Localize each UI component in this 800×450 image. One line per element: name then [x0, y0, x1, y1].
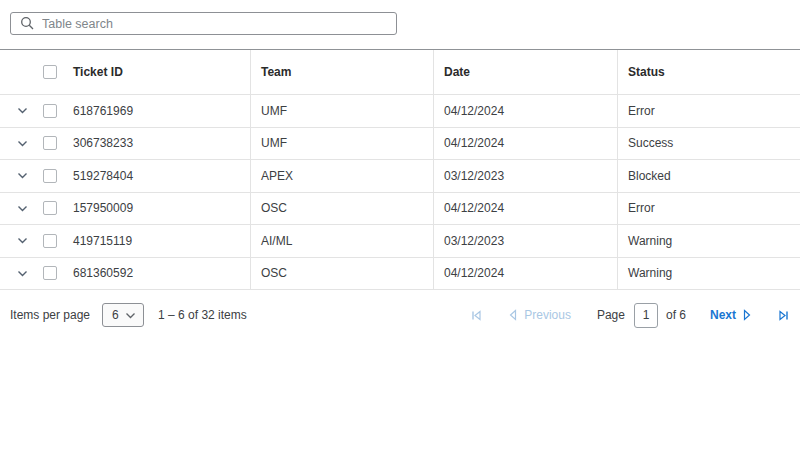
ticket-id-cell: 618761969 [73, 104, 133, 118]
row-expand-button[interactable] [10, 137, 43, 150]
table-row: 519278404 APEX 03/12/2023 Blocked [0, 160, 800, 193]
column-header-team: Team [250, 50, 433, 94]
table-row: 681360592 OSC 04/12/2024 Warning [0, 258, 800, 291]
table-search [10, 12, 397, 35]
table-row: 157950009 OSC 04/12/2024 Error [0, 193, 800, 226]
last-page-button[interactable] [777, 309, 790, 322]
ticket-id-cell: 681360592 [73, 266, 133, 280]
team-cell: OSC [250, 193, 433, 225]
chevron-down-icon [125, 310, 136, 321]
ticket-id-cell: 419715119 [73, 234, 132, 248]
items-per-page-value: 6 [112, 308, 119, 322]
previous-label: Previous [524, 308, 571, 322]
row-checkbox[interactable] [43, 234, 57, 248]
date-cell: 03/12/2023 [433, 225, 617, 257]
previous-icon [507, 309, 519, 321]
table-row: 618761969 UMF 04/12/2024 Error [0, 95, 800, 128]
column-header-ticket-id: Ticket ID [73, 65, 123, 79]
first-page-icon [470, 309, 483, 322]
row-checkbox[interactable] [43, 266, 57, 280]
date-cell: 03/12/2023 [433, 160, 617, 192]
chevron-down-icon [16, 202, 29, 215]
chevron-down-icon [16, 267, 29, 280]
ticket-id-cell: 519278404 [73, 169, 133, 183]
status-cell: Warning [617, 225, 800, 257]
page-number-input[interactable] [634, 303, 658, 328]
column-header-date: Date [433, 50, 617, 94]
status-cell: Error [617, 193, 800, 225]
next-label: Next [710, 308, 736, 322]
chevron-down-icon [16, 169, 29, 182]
row-expand-button[interactable] [10, 267, 43, 280]
row-checkbox[interactable] [43, 104, 57, 118]
row-expand-button[interactable] [10, 169, 43, 182]
team-cell: OSC [250, 258, 433, 290]
ticket-id-cell: 157950009 [73, 201, 133, 215]
select-all-checkbox[interactable] [43, 65, 57, 79]
row-checkbox[interactable] [43, 201, 57, 215]
ticket-id-cell: 306738233 [73, 136, 133, 150]
next-page-button[interactable]: Next [710, 308, 753, 322]
column-header-status: Status [617, 50, 800, 94]
chevron-down-icon [16, 234, 29, 247]
table-row: 419715119 AI/ML 03/12/2023 Warning [0, 225, 800, 258]
row-expand-button[interactable] [10, 104, 43, 117]
pagination-bar: Items per page 6 1 – 6 of 32 items [0, 290, 800, 340]
search-icon [20, 16, 34, 30]
first-page-button[interactable] [470, 309, 483, 322]
data-table: Ticket ID Team Date Status 618761969 UMF… [0, 49, 800, 290]
chevron-down-icon [16, 137, 29, 150]
chevron-down-icon [16, 104, 29, 117]
team-cell: UMF [250, 128, 433, 160]
team-cell: APEX [250, 160, 433, 192]
status-cell: Blocked [617, 160, 800, 192]
row-checkbox[interactable] [43, 169, 57, 183]
table-row: 306738233 UMF 04/12/2024 Success [0, 128, 800, 161]
row-expand-button[interactable] [10, 234, 43, 247]
items-range-text: 1 – 6 of 32 items [158, 308, 247, 322]
table-header-row: Ticket ID Team Date Status [0, 50, 800, 95]
status-cell: Warning [617, 258, 800, 290]
next-icon [741, 309, 753, 321]
status-cell: Success [617, 128, 800, 160]
team-cell: UMF [250, 95, 433, 127]
date-cell: 04/12/2024 [433, 95, 617, 127]
page-label: Page [597, 308, 625, 322]
row-checkbox[interactable] [43, 136, 57, 150]
items-per-page-select[interactable]: 6 [102, 303, 144, 327]
items-per-page-label: Items per page [10, 308, 90, 322]
search-input[interactable] [10, 12, 397, 35]
page-of-label: of 6 [666, 308, 686, 322]
date-cell: 04/12/2024 [433, 128, 617, 160]
previous-page-button[interactable]: Previous [507, 308, 571, 322]
team-cell: AI/ML [250, 225, 433, 257]
row-expand-button[interactable] [10, 202, 43, 215]
date-cell: 04/12/2024 [433, 258, 617, 290]
date-cell: 04/12/2024 [433, 193, 617, 225]
status-cell: Error [617, 95, 800, 127]
last-page-icon [777, 309, 790, 322]
